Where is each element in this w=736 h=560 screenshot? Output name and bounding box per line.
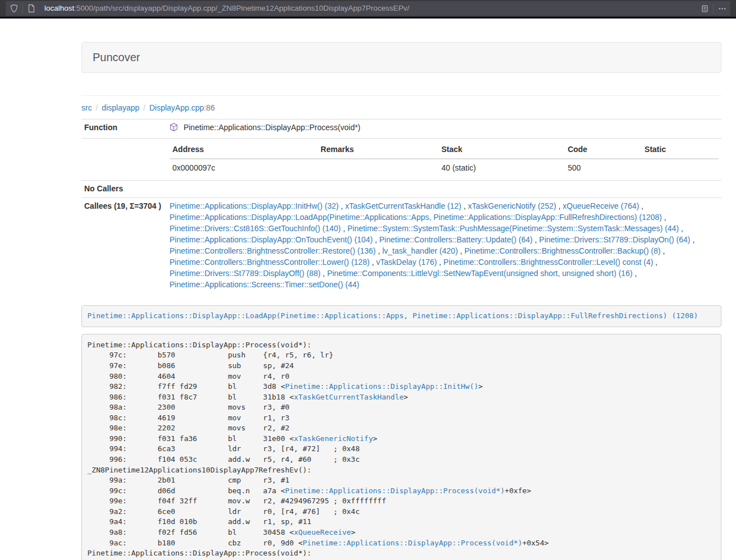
function-name: Pinetime::Applications::DisplayApp::Proc… [184,123,360,132]
metric-value: 500 [565,159,642,177]
page-info-icon[interactable] [23,1,40,16]
asm-symbol-link[interactable]: Pinetime::Applications::DisplayApp::Proc… [285,486,505,495]
page-title: Puncover [93,51,140,63]
callers-row: No Callers [81,180,721,198]
metrics-value-row: 0x0000097c40 (static)500 [170,159,719,177]
asm-symbol-link[interactable]: Pinetime::Applications::DisplayApp::Init… [285,382,478,391]
metrics-row: AddressRemarksStackCodeStatic 0x0000097c… [81,138,721,180]
callee-link[interactable]: Pinetime::Applications::DisplayApp::OnTo… [170,235,373,244]
metric-value: 0x0000097c [170,159,318,177]
divider [81,95,721,96]
function-name-cell: Pinetime::Applications::DisplayApp::Proc… [167,119,721,138]
metrics-header-row: AddressRemarksStackCodeStatic [170,141,719,159]
metrics-table: AddressRemarksStackCodeStatic 0x0000097c… [170,141,719,177]
assembly-code: Pinetime::Applications::DisplayApp::Proc… [81,334,721,560]
function-row-label: Function [81,119,167,138]
tracking-protection-shield-icon[interactable] [6,1,22,16]
callee-link[interactable]: Pinetime::Controllers::BrightnessControl… [464,246,660,255]
callee-link[interactable]: xQueueReceive (764) [563,201,639,210]
breadcrumb-link[interactable]: displayapp [102,103,139,112]
app-header-panel: Puncover [81,42,721,73]
callees-row: Callees (19, Σ=3704 ) Pinetime::Applicat… [81,198,721,293]
function-table: Function Pinetime::Applications::Display… [81,119,721,293]
url-host: localhost [44,4,74,12]
callee-link[interactable]: Pinetime::Drivers::St7789::DisplayOff() … [170,269,321,278]
url-text[interactable]: localhost:5000/path/src/displayapp/Displ… [40,3,696,13]
callee-link[interactable]: xTaskGenericNotify (252) [468,201,556,210]
highlighted-symbol-link[interactable]: Pinetime::Applications::DisplayApp::Load… [88,311,698,320]
breadcrumb-separator: / [139,103,149,112]
callee-link[interactable]: Pinetime::Components::LittleVgl::SetNewT… [327,269,633,278]
asm-symbol-link[interactable]: xTaskGenericNotify [294,434,373,443]
function-row: Function Pinetime::Applications::Display… [81,119,721,138]
callee-link[interactable]: Pinetime::Applications::DisplayApp::Load… [170,213,662,222]
callee-link[interactable]: Pinetime::Drivers::St7789::DisplayOn() (… [539,235,690,244]
asm-symbol-link[interactable]: Pinetime::Applications::DisplayApp::Proc… [303,539,522,547]
puncover-page: Puncover src / displayapp / DisplayApp.c… [81,19,721,560]
breadcrumb-separator: / [92,103,102,112]
column-header: Remarks [318,141,438,159]
breadcrumb-line-number: :86 [204,103,214,112]
callee-link[interactable]: xTaskGetCurrentTaskHandle (12) [345,201,461,210]
column-header: Stack [438,141,565,159]
callers-cell [167,180,721,198]
callee-link[interactable]: Pinetime::Controllers::BrightnessControl… [170,258,369,267]
callee-link[interactable]: Pinetime::System::SystemTask::PushMessag… [348,224,679,233]
callee-link[interactable]: vTaskDelay (176) [376,258,437,267]
reader-mode-icon[interactable] [696,1,713,16]
breadcrumb: src / displayapp / DisplayApp.cpp:86 [81,103,721,114]
callee-link[interactable]: Pinetime::Applications::DisplayApp::Init… [170,201,339,210]
asm-symbol-link[interactable]: xQueueReceive [294,528,351,536]
column-header: Code [565,141,642,159]
callee-link[interactable]: Pinetime::Drivers::Cst816S::GetTouchInfo… [170,224,341,233]
asm-symbol-link[interactable]: xTaskGetCurrentTaskHandle [294,393,404,401]
no-callers-label: No Callers [81,180,167,198]
callee-link[interactable]: Pinetime::Controllers::BrightnessControl… [170,246,376,255]
metrics-row-spacer [81,138,167,180]
metric-value: 40 (static) [438,159,565,177]
url-bar[interactable]: localhost:5000/path/src/displayapp/Displ… [6,1,730,16]
page-actions-menu-icon[interactable] [714,1,730,16]
callee-link[interactable]: Pinetime::Controllers::BrightnessControl… [444,258,653,267]
breadcrumb-link[interactable]: src [81,103,92,112]
column-header: Address [170,141,318,159]
callee-link[interactable]: lv_task_handler (420) [382,246,458,255]
callees-list: Pinetime::Applications::DisplayApp::Init… [167,198,721,293]
metrics-cell: AddressRemarksStackCodeStatic 0x0000097c… [167,138,721,180]
metric-value [642,159,719,177]
column-header: Static [642,141,719,159]
callees-label: Callees (19, Σ=3704 ) [81,198,167,293]
browser-toolbar: localhost:5000/path/src/displayapp/Displ… [0,0,736,19]
url-path: :5000/path/src/displayapp/DisplayApp.cpp… [74,4,409,12]
metric-value [318,159,438,177]
callee-link[interactable]: Pinetime::Applications::Screens::Timer::… [170,280,359,289]
breadcrumb-link[interactable]: DisplayApp.cpp [149,103,204,112]
symbol-cube-icon [170,125,180,134]
highlighted-symbol-box: Pinetime::Applications::DisplayApp::Load… [81,305,721,328]
callee-link[interactable]: Pinetime::Controllers::Battery::Update()… [380,235,533,244]
